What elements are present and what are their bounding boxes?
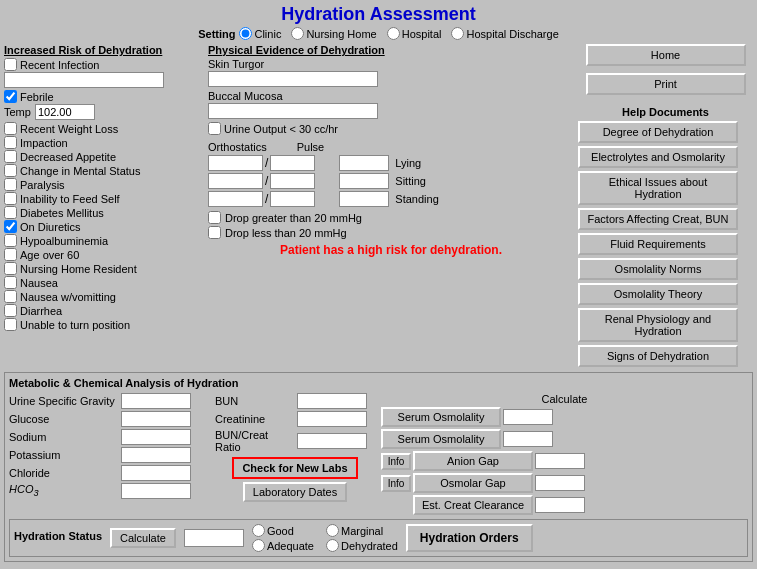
serum-osm1-result[interactable] — [503, 409, 553, 425]
potassium-input[interactable] — [121, 447, 191, 463]
diarrhea-checkbox[interactable] — [4, 304, 17, 317]
creat-clearance-result[interactable] — [535, 497, 585, 513]
setting-hospital-radio[interactable] — [387, 27, 400, 40]
anion-gap-result[interactable] — [535, 453, 585, 469]
hydration-status-input[interactable] — [184, 529, 244, 547]
ortho-lying-pulse[interactable] — [339, 155, 389, 171]
nursing-home-checkbox[interactable] — [4, 262, 17, 275]
help-renal-physiology[interactable]: Renal Physiology and Hydration — [578, 308, 738, 342]
drop-greater-label: Drop greater than 20 mmHg — [225, 212, 362, 224]
ortho-sitting-diastolic[interactable] — [270, 173, 315, 189]
bun-creat-input[interactable] — [297, 433, 367, 449]
setting-nursing-home-radio[interactable] — [291, 27, 304, 40]
glucose-input[interactable] — [121, 411, 191, 427]
osmolar-info-button[interactable]: Info — [381, 475, 411, 492]
diabetes-mellitus-checkbox[interactable] — [4, 206, 17, 219]
hco3-input[interactable] — [121, 483, 191, 499]
hydration-orders-button[interactable]: Hydration Orders — [406, 524, 533, 552]
febrile-checkbox[interactable] — [4, 90, 17, 103]
recent-infection-input[interactable] — [4, 72, 164, 88]
temp-input[interactable]: 102.00 — [35, 104, 95, 120]
page-title: Hydration Assessment — [281, 4, 475, 24]
bun-creat-label: BUN/Creat Ratio — [215, 429, 295, 453]
chloride-label: Chloride — [9, 467, 119, 479]
check-new-labs-button[interactable]: Check for New Labs — [232, 457, 357, 479]
ortho-standing-systolic[interactable] — [208, 191, 263, 207]
creat-clearance-button[interactable]: Est. Creat Clearance — [413, 495, 533, 515]
setting-label: Setting — [198, 28, 235, 40]
slash-1: / — [265, 156, 268, 170]
nausea-checkbox[interactable] — [4, 276, 17, 289]
hypoalbuminemia-label: Hypoalbuminemia — [20, 235, 108, 247]
ortho-lying-diastolic[interactable] — [270, 155, 315, 171]
hydration-calculate-button[interactable]: Calculate — [110, 528, 176, 548]
inability-feed-label: Inability to Feed Self — [20, 193, 120, 205]
osmolar-gap-result[interactable] — [535, 475, 585, 491]
serum-osm2-button[interactable]: Serum Osmolality — [381, 429, 501, 449]
print-button[interactable]: Print — [586, 73, 746, 95]
status-good-radio[interactable] — [252, 524, 265, 537]
anion-gap-button[interactable]: Anion Gap — [413, 451, 533, 471]
urine-output-checkbox[interactable] — [208, 122, 221, 135]
home-button[interactable]: Home — [586, 44, 746, 66]
slash-3: / — [265, 192, 268, 206]
lab-dates-button[interactable]: Laboratory Dates — [243, 482, 347, 502]
chloride-input[interactable] — [121, 465, 191, 481]
ortho-lying-systolic[interactable] — [208, 155, 263, 171]
drop-less-checkbox[interactable] — [208, 226, 221, 239]
drop-greater-checkbox[interactable] — [208, 211, 221, 224]
help-factors-creat-bun[interactable]: Factors Affecting Creat, BUN — [578, 208, 738, 230]
urine-sg-label: Urine Specific Gravity — [9, 395, 119, 407]
ortho-sitting-pulse[interactable] — [339, 173, 389, 189]
impaction-checkbox[interactable] — [4, 136, 17, 149]
recent-weight-loss-checkbox[interactable] — [4, 122, 17, 135]
help-osmolality-theory[interactable]: Osmolality Theory — [578, 283, 738, 305]
setting-hospital-discharge-radio[interactable] — [451, 27, 464, 40]
nausea-label: Nausea — [20, 277, 58, 289]
help-osmolality-norms[interactable]: Osmolality Norms — [578, 258, 738, 280]
urine-sg-input[interactable] — [121, 393, 191, 409]
recent-infection-checkbox[interactable] — [4, 58, 17, 71]
on-diuretics-label: On Diuretics — [20, 221, 81, 233]
standing-label: Standing — [395, 193, 438, 205]
help-degree-dehydration[interactable]: Degree of Dehydration — [578, 121, 738, 143]
inability-feed-checkbox[interactable] — [4, 192, 17, 205]
help-ethical-issues[interactable]: Ethical Issues about Hydration — [578, 171, 738, 205]
help-signs-dehydration[interactable]: Signs of Dehydration — [578, 345, 738, 367]
ortho-standing-diastolic[interactable] — [270, 191, 315, 207]
creatinine-input[interactable] — [297, 411, 367, 427]
skin-turgor-label: Skin Turgor — [208, 58, 574, 70]
decreased-appetite-checkbox[interactable] — [4, 150, 17, 163]
status-dehydrated-radio[interactable] — [326, 539, 339, 552]
orthostatics-label: Orthostatics — [208, 141, 267, 153]
nausea-vomiting-checkbox[interactable] — [4, 290, 17, 303]
age-over-60-checkbox[interactable] — [4, 248, 17, 261]
hco3-label: HCO3 — [9, 483, 119, 498]
ortho-standing-pulse[interactable] — [339, 191, 389, 207]
help-electrolytes[interactable]: Electrolytes and Osmolarity — [578, 146, 738, 168]
impaction-label: Impaction — [20, 137, 68, 149]
bun-input[interactable] — [297, 393, 367, 409]
paralysis-checkbox[interactable] — [4, 178, 17, 191]
diarrhea-label: Diarrhea — [20, 305, 62, 317]
hypoalbuminemia-checkbox[interactable] — [4, 234, 17, 247]
setting-clinic-radio[interactable] — [239, 27, 252, 40]
status-marginal-radio[interactable] — [326, 524, 339, 537]
serum-osm1-button[interactable]: Serum Osmolality — [381, 407, 501, 427]
setting-hospital-discharge-label: Hospital Discharge — [466, 28, 558, 40]
glucose-label: Glucose — [9, 413, 119, 425]
sodium-input[interactable] — [121, 429, 191, 445]
anion-info-button[interactable]: Info — [381, 453, 411, 470]
status-adequate-radio[interactable] — [252, 539, 265, 552]
buccal-mucosa-input[interactable] — [208, 103, 378, 119]
osmolar-gap-button[interactable]: Osmolar Gap — [413, 473, 533, 493]
unable-turn-checkbox[interactable] — [4, 318, 17, 331]
serum-osm2-result[interactable] — [503, 431, 553, 447]
pulse-label: Pulse — [297, 141, 325, 153]
help-docs-header: Help Documents — [578, 106, 753, 118]
on-diuretics-checkbox[interactable] — [4, 220, 17, 233]
help-fluid-requirements[interactable]: Fluid Requirements — [578, 233, 738, 255]
skin-turgor-input[interactable] — [208, 71, 378, 87]
change-mental-status-checkbox[interactable] — [4, 164, 17, 177]
ortho-sitting-systolic[interactable] — [208, 173, 263, 189]
